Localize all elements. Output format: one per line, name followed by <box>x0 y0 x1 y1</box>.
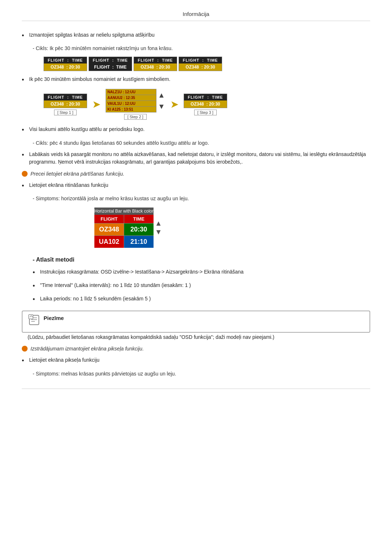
step-1-label: [ Step 1 ] <box>54 110 77 115</box>
bullet-text-pixel: Lietojiet ekrāna pikseļa funkciju <box>29 356 370 364</box>
atlasit-dot-2: • <box>33 282 35 291</box>
bullet-dot-3: • <box>22 126 24 135</box>
bullet-pixel: • Lietojiet ekrāna pikseļa funkciju <box>22 356 370 365</box>
flight-box-3: FLIGHT : TIME OZ348 : 20:30 <box>134 57 177 71</box>
bullet-item-4: • Labākais veids kā pasargāt monitoru no… <box>22 151 370 166</box>
bullet-dot-4: • <box>22 151 24 160</box>
note-icon <box>28 314 40 328</box>
step-3-box: FLIGHT : TIME OZ348 : 20:30 [ Step 3 ] <box>184 94 227 115</box>
scroll-up-arrow-icon: ▲ <box>155 219 162 227</box>
note-text: (Lūdzu, pārbaudiet lietošanas rokasgrāma… <box>22 334 370 340</box>
bullet-text-2: Ik pēc 30 minūtēm simbolus nomainiet ar … <box>29 75 370 83</box>
atlasit-bullet-2: • "Time Interval" (Laika intervāls): no … <box>33 282 370 291</box>
flight-box-4-value: OZ348 : 20:30 <box>179 63 222 71</box>
steps-row: FLIGHT : TIME OZ348 : 20:30 [ Step 1 ] ➤… <box>44 89 370 120</box>
step-1-header: FLIGHT : TIME <box>44 94 87 100</box>
atlasit-dot-1: • <box>33 268 35 277</box>
flight-box-2-value: FLIGHT : TIME <box>89 63 132 71</box>
step-1-flight-box: FLIGHT : TIME OZ348 : 20:30 <box>44 94 87 108</box>
bullet-scroll: • Lietojiet ekrāna ritināšanas funkciju <box>22 181 370 190</box>
step-3-value: OZ348 : 20:30 <box>184 100 227 108</box>
flight-box-4: FLIGHT : TIME OZ348 : 20:30 <box>179 57 222 71</box>
atlasit-text-1: Instrukcijas rokasgrāmata: OSD izvēlne->… <box>40 268 370 276</box>
orange-note-1-text: Precei lietojiet ekrāna pārtīšanas funkc… <box>30 170 124 178</box>
orange-note-2: Izstrādājumam izmantojiet ekrāna pikseļa… <box>22 345 370 353</box>
bullet-text-3: Visi laukumi attēlo kustīgu attēlu ar pe… <box>29 126 370 133</box>
bullet-item-1: • Izmantojiet spilgtas krāsas ar nelielu… <box>22 31 370 40</box>
hbar-with-arrows: Horizontal Bar with Black color FLIGHT T… <box>94 208 370 248</box>
sub-item-cikls-1: - Cikls: Ik pēc 30 minūtēm nomainiet rak… <box>33 45 370 52</box>
flight-boxes-row-1: FLIGHT : TIME OZ348 : 20:30 FLIGHT : TIM… <box>44 57 370 71</box>
bottom-divider <box>22 389 370 389</box>
atlasit-text-3: Laika periods: no 1 līdz 5 sekundēm (ies… <box>40 295 370 303</box>
flight-box-2-header: FLIGHT : TIME <box>89 57 132 63</box>
hbar-row-1: OZ348 20:30 <box>94 223 154 235</box>
hbar-title: Horizontal Bar with Black color <box>94 208 154 215</box>
hbar-container: Horizontal Bar with Black color FLIGHT T… <box>94 208 154 248</box>
step-2-arrows: ▲ ▼ <box>158 91 165 111</box>
atlasit-bullet-1: • Instrukcijas rokasgrāmata: OSD izvēlne… <box>33 268 370 277</box>
orange-circle-1 <box>22 171 28 177</box>
arrow-icon-2: ➤ <box>170 99 179 110</box>
hbar-cell-2-2: 21:10 <box>124 236 154 248</box>
orange-note-1: Precei lietojiet ekrāna pārtīšanas funkc… <box>22 170 370 178</box>
bullet-item-3: • Visi laukumi attēlo kustīgu attēlu ar … <box>22 126 370 135</box>
bullet-dot-1: • <box>22 31 24 40</box>
step-2-label: [ Step 2 ] <box>124 114 147 120</box>
bullet-text-1: Izmantojiet spilgtas krāsas ar nelielu s… <box>29 31 370 39</box>
up-arrow-icon: ▲ <box>158 91 165 99</box>
note-title: Piezīme <box>44 315 64 321</box>
section-heading: - Atlasīt metodi <box>33 257 370 263</box>
arrow-icon-1: ➤ <box>92 99 101 110</box>
page-title: Informācija <box>22 11 370 21</box>
sub-item-cikls-2: - Cikls: pēc 4 stundu ilgas lietošanas 6… <box>33 139 370 147</box>
hbar-header-time: TIME <box>124 215 154 223</box>
scroll-down-arrow-icon: ▼ <box>155 227 162 236</box>
flight-box-1-header: FLIGHT : TIME <box>44 57 87 63</box>
step-1-box: FLIGHT : TIME OZ348 : 20:30 [ Step 1 ] <box>44 94 87 115</box>
atlasit-text-2: "Time Interval" (Laika intervāls): no 1 … <box>40 282 370 289</box>
hbar-cell-1-1: OZ348 <box>94 223 124 235</box>
step-3-flight-box: FLIGHT : TIME OZ348 : 20:30 <box>184 94 227 108</box>
hbar-cell-2-1: UA102 <box>94 236 124 248</box>
flight-box-4-header: FLIGHT : TIME <box>179 57 222 63</box>
note-box: Piezīme <box>22 311 370 333</box>
step-2-flight-box: NALZ1U : 12:UU AANUU2 : 12:35 VAUL1U : 1… <box>106 89 156 112</box>
bullet-item-2: • Ik pēc 30 minūtēm simbolus nomainiet a… <box>22 75 370 85</box>
flight-box-3-value: OZ348 : 20:30 <box>134 63 177 71</box>
atlasit-bullet-3: • Laika periods: no 1 līdz 5 sekundēm (i… <box>33 295 370 304</box>
step-3-header: FLIGHT : TIME <box>184 94 227 100</box>
step-2-scrambled-2: AANUU2 : 12:35 <box>106 95 156 101</box>
flight-box-1: FLIGHT : TIME OZ348 : 20:30 <box>44 57 87 71</box>
hbar-cell-1-2: 20:30 <box>124 223 154 235</box>
step-2-box: NALZ1U : 12:UU AANUU2 : 12:35 VAUL1U : 1… <box>106 89 165 120</box>
bullet-dot-scroll: • <box>22 181 24 190</box>
step-3-label: [ Step 3 ] <box>194 110 217 115</box>
sub-pixel: - Simptoms: melnas krāsas punkts pārviet… <box>33 370 370 378</box>
atlasit-dot-3: • <box>33 295 35 304</box>
hbar-header-row: FLIGHT TIME <box>94 215 154 223</box>
step-2-scrambled-4: KI A125 : 13:51 <box>106 107 156 112</box>
scroll-arrows: ▲ ▼ <box>155 219 162 236</box>
bullet-text-4: Labākais veids kā pasargāt monitoru no a… <box>29 151 370 166</box>
bullet-text-scroll: Lietojiet ekrāna ritināšanas funkciju <box>29 181 370 189</box>
flight-box-1-value: OZ348 : 20:30 <box>44 63 87 71</box>
bullet-dot-pixel: • <box>22 356 24 365</box>
hbar-row-2: UA102 21:10 <box>94 235 154 248</box>
sub-scroll: - Simptoms: horizontālā josla ar melno k… <box>33 195 370 202</box>
step-2-scrambled-3: VAUL1U : 12:UU <box>106 101 156 107</box>
flight-box-2: FLIGHT : TIME FLIGHT : TIME <box>89 57 132 71</box>
page-container: Informācija • Izmantojiet spilgtas krāsa… <box>0 0 392 422</box>
flight-box-3-header: FLIGHT : TIME <box>134 57 177 63</box>
orange-note-2-text: Izstrādājumam izmantojiet ekrāna pikseļa… <box>30 345 144 353</box>
hbar-header-flight: FLIGHT <box>94 215 124 223</box>
step-1-value: OZ348 : 20:30 <box>44 100 87 108</box>
orange-circle-2 <box>22 346 28 352</box>
bullet-dot-2: • <box>22 75 24 85</box>
down-arrow-icon: ▼ <box>158 102 165 111</box>
step-2-scrambled-1: NALZ1U : 12:UU <box>106 89 156 95</box>
